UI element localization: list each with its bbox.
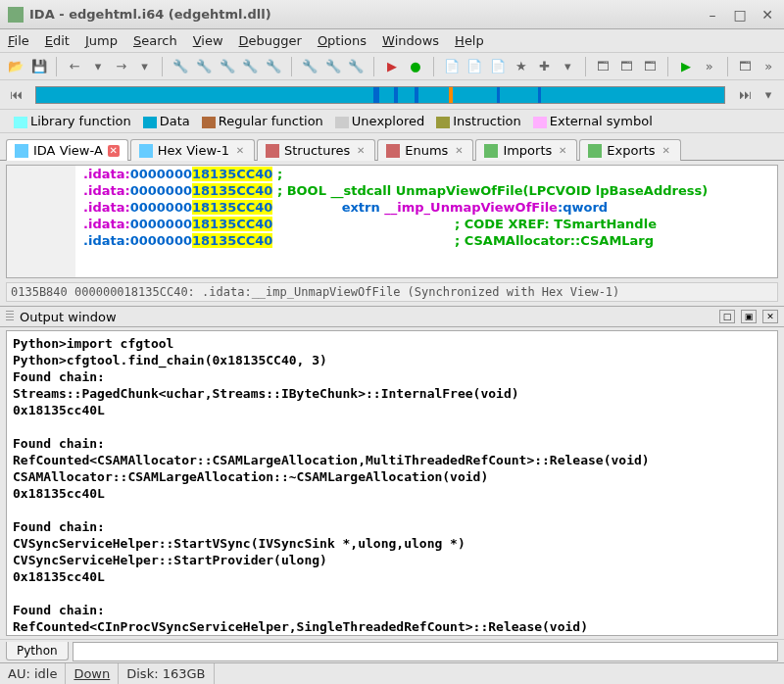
tab-icon — [386, 144, 400, 158]
disasm-status-line: 0135B840 000000018135CC40: .idata:__imp_… — [6, 282, 778, 302]
nav-mark — [449, 87, 453, 103]
output-header: Output window □ ▣ ✕ — [0, 306, 784, 327]
tab-close-icon[interactable]: ✕ — [108, 145, 120, 157]
view-tabs: IDA View-A✕Hex View-1✕Structures✕Enums✕I… — [0, 133, 784, 161]
tab-close-icon[interactable]: ✕ — [453, 145, 465, 157]
tab-imports[interactable]: Imports✕ — [475, 139, 577, 161]
toolbar-icon[interactable]: 📄 — [442, 57, 462, 76]
tab-enums[interactable]: Enums✕ — [377, 139, 473, 161]
separator — [56, 57, 57, 76]
chevron-icon[interactable]: ▾ — [558, 57, 577, 76]
open-icon[interactable]: 📂 — [6, 57, 25, 76]
menu-edit[interactable]: Edit — [45, 33, 70, 48]
toolbar-icon[interactable]: 🔧 — [171, 57, 190, 76]
tab-icon — [484, 144, 498, 158]
nav-next-icon[interactable]: ⏭ — [735, 85, 755, 105]
output-tab-python[interactable]: Python — [6, 642, 69, 660]
toolbar-icon[interactable]: 🔧 — [194, 57, 214, 76]
toolbar-icon[interactable]: 🔧 — [264, 57, 283, 76]
toolbar-icon[interactable]: 🗔 — [641, 57, 661, 76]
window-title: IDA - edgehtml.i64 (edgehtml.dll) — [29, 7, 694, 22]
toolbar-main: 📂 💾 ← ▾ → ▾ 🔧 🔧 🔧 🔧 🔧 🔧 🔧 🔧 ▶ ● 📄 📄 📄 ★ … — [0, 53, 784, 80]
toolbar-icon[interactable]: 🗔 — [617, 57, 637, 76]
tab-close-icon[interactable]: ✕ — [234, 145, 246, 157]
menu-options[interactable]: Options — [318, 33, 367, 48]
grip-icon[interactable] — [6, 311, 14, 322]
toolbar-icon[interactable]: 🔧 — [218, 57, 237, 76]
toolbar-icon[interactable]: 🔧 — [300, 57, 319, 76]
chevron-icon[interactable]: ▾ — [135, 57, 155, 76]
tab-close-icon[interactable]: ✕ — [355, 145, 367, 157]
toolbar-icon[interactable]: 📄 — [488, 57, 508, 76]
forward-icon[interactable]: → — [112, 57, 131, 76]
save-icon[interactable]: 💾 — [29, 57, 49, 76]
toolbar-icon[interactable]: 🗔 — [594, 57, 613, 76]
output-title: Output window — [20, 310, 117, 324]
breakpoint-icon[interactable]: ▶ — [382, 57, 402, 76]
legend-item: Unexplored — [335, 114, 424, 128]
menu-file[interactable]: File — [8, 33, 29, 48]
separator — [162, 57, 163, 76]
play-icon[interactable]: ▶ — [676, 57, 696, 76]
chevron-icon[interactable]: ▾ — [88, 57, 108, 76]
toolbar-icon[interactable]: 🔧 — [241, 57, 261, 76]
toolbar-icon[interactable]: 🔧 — [323, 57, 343, 76]
legend-item: External symbol — [533, 114, 653, 128]
menu-debugger[interactable]: Debugger — [239, 33, 302, 48]
tab-icon — [588, 144, 602, 158]
addr-prefix: 0000000 — [130, 167, 192, 181]
tab-icon — [266, 144, 279, 158]
back-icon[interactable]: ← — [65, 57, 84, 76]
status-bar: AU: idle Down Disk: 163GB — [0, 662, 784, 684]
chevron-down-icon[interactable]: ▾ — [759, 85, 778, 105]
legend-item: Data — [143, 114, 190, 128]
tab-hex-view-1[interactable]: Hex View-1✕ — [130, 139, 255, 161]
toolbar-icon[interactable]: ★ — [512, 57, 531, 76]
tab-close-icon[interactable]: ✕ — [661, 145, 672, 157]
gutter — [7, 166, 75, 277]
menu-view[interactable]: View — [193, 33, 223, 48]
addr-highlight: 18135CC40 — [192, 167, 272, 181]
menu-windows[interactable]: Windows — [382, 33, 439, 48]
status-au: AU: idle — [0, 663, 66, 684]
toolbar-icon[interactable]: 🗔 — [736, 57, 756, 76]
legend-item: Instruction — [436, 114, 521, 128]
menu-search[interactable]: Search — [133, 33, 177, 48]
run-circle-icon[interactable]: ● — [406, 57, 425, 76]
menu-jump[interactable]: Jump — [85, 33, 118, 48]
separator — [727, 57, 728, 76]
disassembly-view[interactable]: .idata:000000018135CC40 ; .idata:0000000… — [6, 165, 778, 278]
nav-prev-icon[interactable]: ⏮ — [6, 85, 25, 105]
toolbar-icon[interactable]: 🔧 — [347, 57, 367, 76]
code-comment: ; — [272, 167, 282, 181]
legend-item: Library function — [14, 114, 131, 128]
menubar: FileEditJumpSearchViewDebuggerOptionsWin… — [0, 29, 784, 53]
more-icon[interactable]: » — [700, 57, 719, 76]
command-input[interactable] — [73, 642, 778, 661]
close-icon[interactable]: ✕ — [762, 310, 778, 323]
tab-exports[interactable]: Exports✕ — [579, 139, 680, 161]
status-down[interactable]: Down — [66, 663, 119, 684]
tab-structures[interactable]: Structures✕ — [257, 139, 375, 161]
tab-icon — [15, 144, 28, 158]
navigation-strip[interactable] — [35, 86, 725, 104]
nav-mark — [497, 87, 500, 103]
more-icon[interactable]: » — [759, 57, 778, 76]
toolbar-icon[interactable]: ✚ — [535, 57, 555, 76]
output-window[interactable]: Python>import cfgtool Python>cfgtool.fin… — [6, 330, 778, 636]
close-button[interactable]: ✕ — [759, 6, 776, 24]
toolbar-icon[interactable]: 📄 — [465, 57, 484, 76]
maximize-button[interactable]: □ — [731, 6, 749, 24]
minimize-button[interactable]: – — [704, 6, 721, 24]
menu-help[interactable]: Help — [455, 33, 484, 48]
tab-ida-view-a[interactable]: IDA View-A✕ — [6, 139, 128, 161]
nav-mark — [373, 87, 379, 103]
tab-close-icon[interactable]: ✕ — [557, 145, 568, 157]
keyword-extrn: extrn — [342, 200, 385, 215]
dock-icon[interactable]: ▣ — [741, 310, 757, 323]
separator — [667, 57, 668, 76]
separator — [433, 57, 434, 76]
restore-icon[interactable]: □ — [719, 310, 735, 323]
titlebar: IDA - edgehtml.i64 (edgehtml.dll) – □ ✕ — [0, 0, 784, 29]
separator — [291, 57, 292, 76]
